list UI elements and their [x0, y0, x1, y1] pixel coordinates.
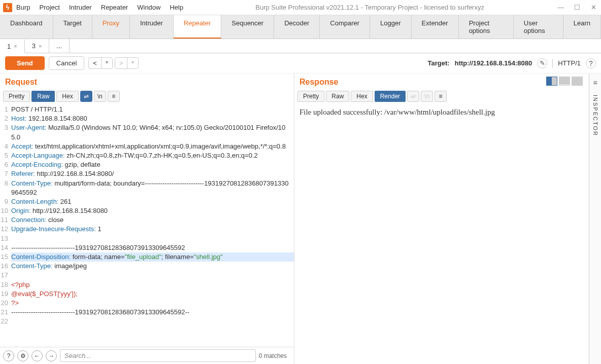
- tab-sequencer[interactable]: Sequencer: [221, 15, 274, 39]
- tab-dashboard[interactable]: Dashboard: [0, 15, 53, 39]
- send-button[interactable]: Send: [5, 56, 45, 70]
- match-count: 0 matches: [259, 352, 291, 359]
- newline-icon[interactable]: ⇌: [407, 91, 419, 102]
- close-icon[interactable]: ×: [39, 43, 42, 49]
- request-view-pretty[interactable]: Pretty: [3, 91, 30, 102]
- response-view-pretty[interactable]: Pretty: [297, 91, 324, 102]
- history-back-button[interactable]: <▾: [88, 57, 113, 69]
- menu-help[interactable]: Help: [170, 4, 183, 11]
- app-icon: ϟ: [3, 3, 12, 12]
- request-view-raw[interactable]: Raw: [31, 91, 55, 102]
- tab-user-options[interactable]: User options: [514, 15, 563, 39]
- response-view-hex[interactable]: Hex: [351, 91, 373, 102]
- help-icon[interactable]: ?: [3, 350, 14, 361]
- repeater-tab-3[interactable]: 3×: [25, 39, 50, 53]
- tab-decoder[interactable]: Decoder: [274, 15, 320, 39]
- wrap-icon[interactable]: \n: [94, 91, 106, 102]
- menu-window[interactable]: Window: [137, 4, 160, 11]
- edit-target-icon[interactable]: ✎: [537, 58, 547, 68]
- layout-split-horizontal[interactable]: [559, 77, 570, 86]
- hamburger-icon[interactable]: ≡: [593, 79, 597, 87]
- inspector-label: INSPECTOR: [592, 95, 598, 136]
- tab-learn[interactable]: Learn: [563, 15, 601, 39]
- response-view-render[interactable]: Render: [375, 91, 406, 102]
- hamburger-icon[interactable]: ≡: [435, 91, 447, 102]
- search-input[interactable]: Search...: [60, 349, 256, 362]
- menu-burp[interactable]: Burp: [16, 4, 30, 11]
- menu-repeater[interactable]: Repeater: [101, 4, 128, 11]
- repeater-subtabs: 1×3×...: [0, 39, 601, 53]
- newline-icon[interactable]: ⇌: [80, 91, 92, 102]
- divider: [552, 59, 553, 68]
- prev-match-icon[interactable]: ←: [31, 350, 43, 361]
- window-title: Burp Suite Professional v2021.12.1 - Tem…: [183, 4, 556, 11]
- tab-repeater[interactable]: Repeater: [174, 15, 221, 39]
- close-icon[interactable]: ✕: [589, 4, 598, 11]
- repeater-tab-...[interactable]: ...: [49, 39, 70, 53]
- hamburger-icon[interactable]: ≡: [108, 91, 120, 102]
- cancel-button[interactable]: Cancel: [49, 56, 84, 70]
- settings-icon[interactable]: ⚙: [17, 350, 28, 361]
- request-title: Request: [0, 74, 294, 91]
- menu-project[interactable]: Project: [39, 4, 59, 11]
- request-view-hex[interactable]: Hex: [56, 91, 78, 102]
- target-label: Target:: [428, 59, 450, 67]
- tab-target[interactable]: Target: [53, 15, 92, 39]
- tab-extender[interactable]: Extender: [412, 15, 459, 39]
- minimize-icon[interactable]: —: [556, 4, 565, 11]
- response-view-raw[interactable]: Raw: [326, 91, 349, 102]
- protocol-label[interactable]: HTTP/1: [558, 59, 581, 67]
- target-url: http://192.168.8.154:8080: [455, 59, 532, 67]
- response-body: File uploaded successfully: /var/www/htm…: [294, 104, 600, 364]
- wrap-icon[interactable]: \n: [421, 91, 433, 102]
- next-match-icon[interactable]: →: [46, 350, 57, 361]
- menu-bar: Burp Project Intruder Repeater Window He…: [16, 4, 183, 11]
- main-tabbar: DashboardTargetProxyIntruderRepeaterSequ…: [0, 15, 601, 39]
- help-icon[interactable]: ?: [586, 58, 596, 68]
- tab-logger[interactable]: Logger: [370, 15, 411, 39]
- tab-proxy[interactable]: Proxy: [92, 15, 130, 39]
- tab-intruder[interactable]: Intruder: [130, 15, 174, 39]
- tab-comparer[interactable]: Comparer: [320, 15, 370, 39]
- layout-split-vertical[interactable]: [546, 77, 557, 86]
- close-icon[interactable]: ×: [14, 43, 17, 49]
- history-forward-button[interactable]: >▾: [115, 57, 139, 69]
- repeater-tab-1[interactable]: 1×: [0, 40, 25, 53]
- layout-single[interactable]: [572, 77, 583, 86]
- inspector-panel[interactable]: ≡ INSPECTOR: [589, 74, 601, 364]
- menu-intruder[interactable]: Intruder: [69, 4, 92, 11]
- request-editor[interactable]: 1POST / HTTP/1.12Host: 192.168.8.154:808…: [0, 104, 294, 347]
- tab-project-options[interactable]: Project options: [459, 15, 514, 39]
- maximize-icon[interactable]: ☐: [573, 4, 582, 11]
